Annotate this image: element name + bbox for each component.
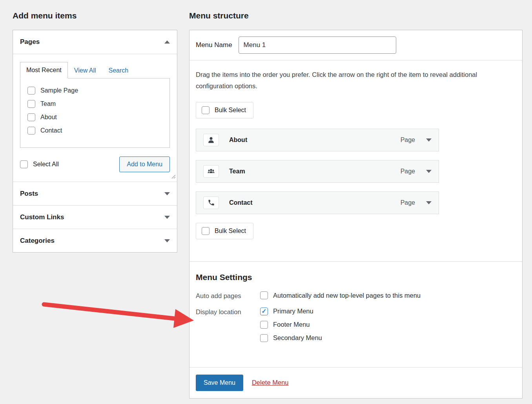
chevron-down-icon[interactable] xyxy=(426,138,432,142)
page-item-label: Team xyxy=(40,100,56,107)
auto-add-pages-row: Auto add pages Automatically add new top… xyxy=(196,291,516,300)
tab-search[interactable]: Search xyxy=(102,63,135,78)
chevron-down-icon[interactable] xyxy=(426,170,432,173)
secondary-menu-option[interactable]: Secondary Menu xyxy=(260,334,322,342)
footer-menu-checkbox[interactable] xyxy=(260,321,268,329)
phone-icon xyxy=(203,197,219,209)
auto-add-pages-option-label: Automatically add new top-level pages to… xyxy=(273,292,421,299)
select-all-checkbox[interactable] xyxy=(20,160,28,168)
accordion-posts-label: Posts xyxy=(20,190,38,198)
menu-structure-column: Menu structure Menu Name Drag the items … xyxy=(189,9,523,399)
bulk-select-label: Bulk Select xyxy=(215,107,246,114)
menu-item-title: About xyxy=(229,136,247,144)
tab-view-all[interactable]: View All xyxy=(68,63,102,78)
add-menu-items-title: Add menu items xyxy=(13,11,177,20)
page-list-item[interactable]: Contact xyxy=(20,124,169,137)
pages-panel-footer: Select All Add to Menu xyxy=(20,157,170,172)
menu-item-type: Page xyxy=(401,168,415,175)
sample-page-checkbox[interactable] xyxy=(27,87,35,95)
add-menu-items-column: Add menu items Pages Most Recent View Al… xyxy=(13,9,177,253)
chevron-up-icon[interactable] xyxy=(164,40,170,44)
resize-handle-icon[interactable] xyxy=(170,173,176,180)
secondary-menu-label: Secondary Menu xyxy=(273,334,322,342)
menu-structure-box: Menu Name Drag the items into the order … xyxy=(189,30,523,399)
page-list-item[interactable]: Team xyxy=(20,97,169,111)
add-to-menu-button[interactable]: Add to Menu xyxy=(119,157,170,172)
accordion-pages-header[interactable]: Pages xyxy=(13,30,177,54)
display-location-label: Display location xyxy=(196,308,254,342)
bulk-select-bottom[interactable]: Bulk Select xyxy=(196,223,253,239)
chevron-down-icon[interactable] xyxy=(164,192,170,195)
accordion-pages-label: Pages xyxy=(20,38,40,46)
contact-checkbox[interactable] xyxy=(27,127,35,135)
menu-items-list: About Page Team xyxy=(196,129,439,214)
team-checkbox[interactable] xyxy=(27,100,35,108)
about-checkbox[interactable] xyxy=(27,113,35,121)
primary-menu-label: Primary Menu xyxy=(273,308,313,315)
auto-add-pages-checkbox[interactable] xyxy=(260,291,268,299)
menu-item-team[interactable]: Team Page xyxy=(196,160,439,183)
auto-add-pages-label: Auto add pages xyxy=(196,291,254,300)
page-item-label: Sample Page xyxy=(40,87,78,94)
primary-menu-option[interactable]: Primary Menu xyxy=(260,308,322,315)
page-list-item[interactable]: Sample Page xyxy=(20,84,169,97)
menu-item-title: Contact xyxy=(229,199,253,206)
page-list-item[interactable]: About xyxy=(20,111,169,124)
auto-add-pages-option[interactable]: Automatically add new top-level pages to… xyxy=(260,291,421,300)
delete-menu-link[interactable]: Delete Menu xyxy=(252,379,289,386)
bulk-select-label: Bulk Select xyxy=(215,227,246,235)
menu-structure-content: Drag the items into the order you prefer… xyxy=(189,60,522,261)
most-recent-pages-list: Sample Page Team About Contact xyxy=(20,78,170,148)
menu-item-type: Page xyxy=(401,136,415,144)
menu-item-type: Page xyxy=(401,199,415,206)
accordion-custom-links-header[interactable]: Custom Links xyxy=(13,205,177,229)
bulk-select-top-checkbox[interactable] xyxy=(202,106,210,114)
save-menu-button[interactable]: Save Menu xyxy=(196,375,243,391)
group-icon xyxy=(203,165,219,178)
menu-name-label: Menu Name xyxy=(196,41,232,49)
accordion-posts-header[interactable]: Posts xyxy=(13,182,177,205)
accordion-categories-label: Categories xyxy=(20,237,55,245)
select-all[interactable]: Select All xyxy=(20,160,59,168)
menu-settings-section: Menu Settings Auto add pages Automatical… xyxy=(189,261,522,367)
display-location-row: Display location Primary Menu Footer Men… xyxy=(196,308,516,342)
chevron-down-icon[interactable] xyxy=(164,239,170,242)
accordion-custom-links-label: Custom Links xyxy=(20,213,64,221)
pages-panel-body: Most Recent View All Search Sample Page … xyxy=(13,54,177,182)
secondary-menu-checkbox[interactable] xyxy=(260,334,268,342)
menu-name-input[interactable] xyxy=(239,36,396,54)
select-all-label: Select All xyxy=(33,161,59,168)
bulk-select-bottom-checkbox[interactable] xyxy=(202,227,210,235)
page-item-label: About xyxy=(40,114,57,121)
menu-actions-footer: Save Menu Delete Menu xyxy=(189,367,522,398)
menu-structure-title: Menu structure xyxy=(189,11,523,20)
menu-settings-title: Menu Settings xyxy=(196,273,516,282)
menu-name-row: Menu Name xyxy=(189,30,522,60)
pages-tabs: Most Recent View All Search xyxy=(20,62,170,78)
chevron-down-icon[interactable] xyxy=(426,201,432,204)
primary-menu-checkbox[interactable] xyxy=(260,308,268,315)
menu-item-contact[interactable]: Contact Page xyxy=(196,191,439,214)
accordion-categories-header[interactable]: Categories xyxy=(13,229,177,252)
menu-item-title: Team xyxy=(229,168,245,175)
footer-menu-label: Footer Menu xyxy=(273,321,310,328)
bulk-select-top[interactable]: Bulk Select xyxy=(196,102,253,118)
chevron-down-icon[interactable] xyxy=(164,216,170,219)
display-location-options: Primary Menu Footer Menu Secondary Menu xyxy=(260,308,322,342)
page-item-label: Contact xyxy=(40,127,62,134)
menu-item-about[interactable]: About Page xyxy=(196,129,439,151)
tab-most-recent[interactable]: Most Recent xyxy=(20,62,68,78)
person-icon xyxy=(203,134,219,146)
footer-menu-option[interactable]: Footer Menu xyxy=(260,321,322,329)
accordion-container: Pages Most Recent View All Search Sample… xyxy=(13,30,177,253)
drag-instructions: Drag the items into the order you prefer… xyxy=(196,69,516,92)
